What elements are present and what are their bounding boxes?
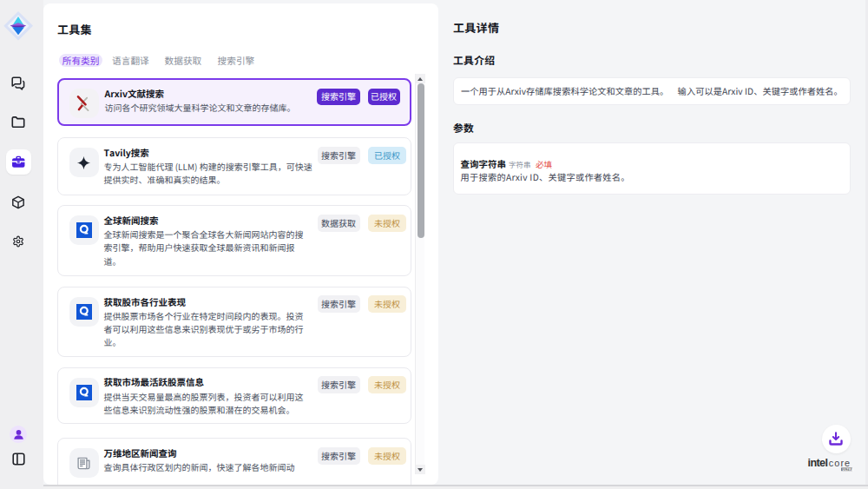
svg-text:intel: intel <box>808 457 828 469</box>
svg-text:core: core <box>829 457 851 467</box>
svg-text:ULTRA: ULTRA <box>843 467 854 471</box>
